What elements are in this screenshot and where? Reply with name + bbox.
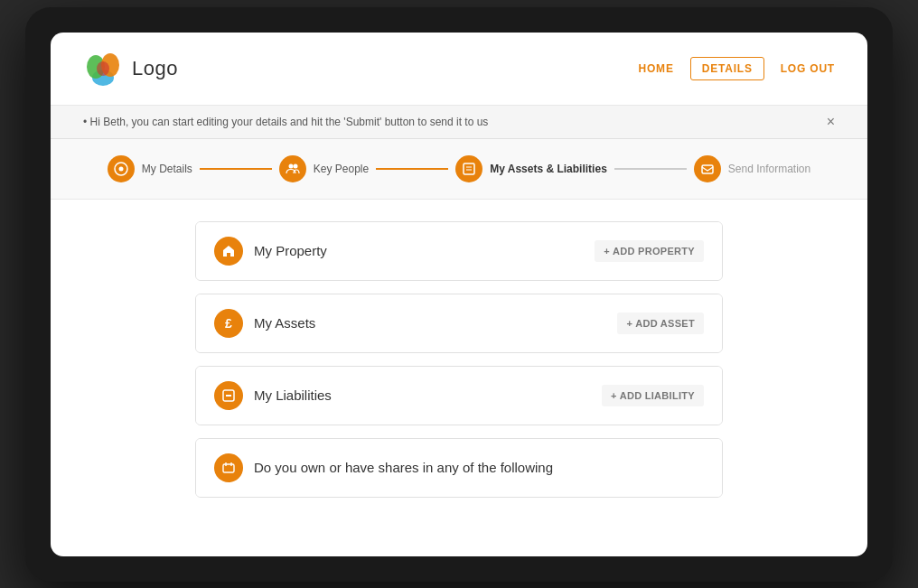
app-window: Logo HOME DETAILS LOG OUT • Hi Beth, you…: [51, 33, 867, 556]
my-property-header: My Property + ADD PROPERTY: [196, 222, 722, 280]
logo-icon: [83, 49, 123, 89]
svg-point-7: [293, 163, 297, 168]
step-connector-2: [376, 168, 448, 170]
my-liabilities-title: My Liabilities: [254, 387, 332, 403]
header: Logo HOME DETAILS LOG OUT: [51, 33, 867, 106]
shares-section: Do you own or have shares in any of the …: [195, 438, 723, 498]
step-send-info[interactable]: Send Information: [694, 155, 810, 182]
logo-area: Logo: [83, 49, 178, 89]
step-my-details-label: My Details: [142, 163, 192, 175]
my-assets-left: £ My Assets: [214, 309, 315, 338]
my-liabilities-left: My Liabilities: [214, 381, 332, 410]
my-assets-icon: £: [214, 309, 243, 338]
svg-rect-8: [464, 163, 474, 174]
step-connector-1: [200, 168, 272, 170]
step-key-people-label: Key People: [314, 163, 369, 175]
step-key-people-icon: [279, 155, 306, 182]
step-send-info-icon: [694, 155, 721, 182]
svg-rect-14: [223, 464, 234, 472]
my-assets-header: £ My Assets + ADD ASSET: [196, 294, 722, 352]
svg-rect-11: [702, 165, 713, 173]
step-send-info-content: Send Information: [694, 155, 810, 182]
step-assets-liabilities-label: My Assets & Liabilities: [490, 163, 607, 175]
step-my-details-content: My Details: [108, 155, 192, 182]
add-property-button[interactable]: + ADD PROPERTY: [595, 240, 704, 262]
my-property-title: My Property: [254, 243, 327, 258]
logo-text: Logo: [132, 57, 178, 80]
banner-message: • Hi Beth, you can start editing your de…: [83, 116, 488, 128]
my-assets-title: My Assets: [254, 315, 315, 331]
step-my-details-icon: [108, 155, 135, 182]
my-property-section: My Property + ADD PROPERTY: [195, 221, 723, 281]
my-property-icon: [214, 237, 243, 266]
banner: • Hi Beth, you can start editing your de…: [51, 106, 867, 139]
main-content: My Property + ADD PROPERTY £ My Assets +…: [51, 200, 867, 519]
svg-point-6: [288, 163, 293, 168]
step-connector-3: [614, 168, 687, 170]
step-assets-liabilities[interactable]: My Assets & Liabilities: [455, 155, 607, 182]
home-nav-link[interactable]: HOME: [638, 62, 673, 75]
nav-links: HOME DETAILS LOG OUT: [638, 57, 835, 80]
my-liabilities-header: My Liabilities + ADD LIABILITY: [196, 367, 722, 425]
shares-section-title: Do you own or have shares in any of the …: [254, 460, 553, 475]
step-key-people[interactable]: Key People: [279, 155, 369, 182]
step-assets-liabilities-icon: [455, 155, 482, 182]
steps-bar: My Details Key People: [51, 139, 867, 200]
my-liabilities-section: My Liabilities + ADD LIABILITY: [195, 366, 723, 425]
svg-point-3: [97, 61, 109, 76]
shares-section-header: Do you own or have shares in any of the …: [196, 439, 722, 497]
add-liability-button[interactable]: + ADD LIABILITY: [602, 385, 704, 406]
step-send-info-label: Send Information: [728, 163, 810, 175]
my-liabilities-icon: [214, 381, 243, 410]
details-nav-link[interactable]: DETAILS: [690, 57, 764, 80]
device-frame: Logo HOME DETAILS LOG OUT • Hi Beth, you…: [25, 7, 893, 582]
my-property-left: My Property: [214, 237, 327, 266]
step-key-people-content: Key People: [279, 155, 369, 182]
step-assets-liabilities-content: My Assets & Liabilities: [455, 155, 607, 182]
shares-section-icon: [214, 453, 243, 482]
add-asset-button[interactable]: + ADD ASSET: [617, 313, 704, 334]
svg-point-5: [118, 166, 123, 171]
step-my-details[interactable]: My Details: [108, 155, 192, 182]
logout-nav-link[interactable]: LOG OUT: [781, 62, 835, 75]
banner-close-button[interactable]: ×: [827, 115, 835, 129]
my-assets-section: £ My Assets + ADD ASSET: [195, 294, 723, 353]
